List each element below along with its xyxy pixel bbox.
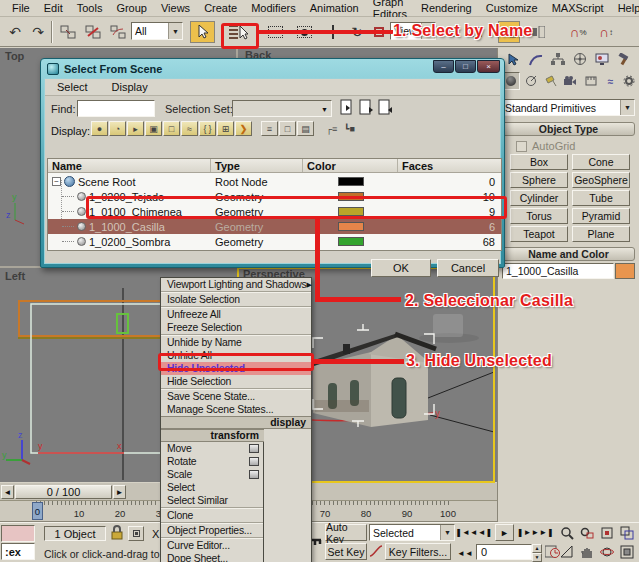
- maxscript-mini-listener[interactable]: :ex: [1, 543, 35, 560]
- pan-hand-icon[interactable]: [578, 543, 596, 560]
- menu-item-dope-sheet[interactable]: Dope Sheet...: [161, 552, 263, 562]
- display-list-view-icon[interactable]: ≡: [261, 121, 278, 136]
- collapse-tree-icon[interactable]: ┗■: [341, 121, 358, 136]
- menu-item-unhide-by-name[interactable]: Unhide by Name: [161, 336, 311, 349]
- settings-icon[interactable]: [249, 470, 259, 479]
- viewport-label-left[interactable]: Left: [5, 270, 25, 282]
- display-cameras-icon[interactable]: ▣: [145, 121, 162, 136]
- ok-button[interactable]: OK: [371, 259, 431, 277]
- viewport-label-top[interactable]: Top: [5, 50, 24, 62]
- maximize-icon[interactable]: □: [455, 60, 476, 73]
- menu-item-rotate[interactable]: Rotate: [161, 455, 263, 468]
- primitives-dropdown[interactable]: Standard Primitives▼: [501, 99, 635, 116]
- bind-spacewarp-icon[interactable]: [107, 21, 129, 43]
- play-icon[interactable]: ►: [495, 524, 514, 541]
- menu-help[interactable]: Help: [611, 1, 639, 15]
- table-row[interactable]: −Scene Root Root Node 0: [48, 174, 501, 189]
- menu-modifiers[interactable]: Modifiers: [244, 1, 303, 15]
- menu-item-hide-selection[interactable]: Hide Selection: [161, 375, 311, 388]
- dialog-menu-select[interactable]: Select: [57, 81, 88, 93]
- orbit-icon[interactable]: [598, 543, 616, 560]
- settings-icon[interactable]: [249, 457, 259, 466]
- dropdown-arrow-icon[interactable]: ▼: [620, 100, 634, 115]
- color-swatch[interactable]: [338, 237, 364, 246]
- menu-item-select[interactable]: Select: [161, 481, 263, 494]
- cylinder-button[interactable]: Cylinder: [510, 190, 568, 206]
- new-set-icon[interactable]: [340, 99, 355, 116]
- spacewarps-category-icon[interactable]: ≈: [601, 72, 620, 90]
- key-mode-toggle-icon[interactable]: ◄◄: [456, 545, 474, 562]
- motion-tab-icon[interactable]: [569, 50, 590, 68]
- lights-category-icon[interactable]: [541, 72, 560, 90]
- menu-tools[interactable]: Tools: [70, 1, 110, 15]
- helpers-category-icon[interactable]: [581, 72, 600, 90]
- selection-filter-dropdown[interactable]: All▼: [131, 22, 183, 40]
- menu-item-viewport-lighting[interactable]: Viewport Lighting and Shadows▶: [161, 278, 311, 291]
- table-row[interactable]: 1_0200_Sombra Geometry 68: [48, 234, 501, 249]
- menu-customize[interactable]: Customize: [479, 1, 545, 15]
- color-swatch[interactable]: [338, 177, 364, 186]
- menu-item-save-scene-state[interactable]: Save Scene State...: [161, 390, 311, 403]
- current-frame-field[interactable]: 0: [476, 544, 532, 560]
- macro-recorder-line[interactable]: [1, 525, 35, 542]
- modify-tab-icon[interactable]: [525, 50, 546, 68]
- box-button[interactable]: Box: [510, 154, 568, 170]
- menu-item-scale[interactable]: Scale: [161, 468, 263, 481]
- display-bones-icon[interactable]: ❯: [235, 121, 252, 136]
- display-lights-icon[interactable]: ▸: [127, 121, 144, 136]
- table-row-selected[interactable]: 1_1000_Casilla Geometry 6: [48, 219, 501, 234]
- set-key-button[interactable]: Set Key: [325, 543, 367, 560]
- menu-edit[interactable]: Edit: [37, 1, 70, 15]
- tube-button[interactable]: Tube: [572, 190, 630, 206]
- object-type-rollout[interactable]: Object Type: [502, 122, 635, 136]
- dropdown-arrow-icon[interactable]: ▼: [440, 525, 454, 540]
- time-slider-next-icon[interactable]: ►: [113, 485, 126, 499]
- display-detail-view-icon[interactable]: ▤: [297, 121, 314, 136]
- zoom-extents-icon[interactable]: [598, 524, 616, 541]
- selection-set-dropdown[interactable]: Selected▼: [369, 524, 455, 541]
- menu-file[interactable]: File: [5, 1, 37, 15]
- plane-button[interactable]: Plane: [572, 226, 630, 242]
- time-slider-handle[interactable]: 0 / 100: [15, 485, 112, 499]
- track-bar-frame-marker[interactable]: 0: [32, 502, 43, 520]
- menu-item-object-properties[interactable]: Object Properties...: [161, 524, 263, 537]
- spinner-snap-icon[interactable]: ∩↕: [595, 21, 617, 43]
- menu-animation[interactable]: Animation: [303, 1, 366, 15]
- pyramid-button[interactable]: Pyramid: [572, 208, 630, 224]
- object-name-field[interactable]: 1_1000_Casilla: [502, 263, 614, 279]
- table-header[interactable]: Name Type Color Faces: [48, 159, 501, 173]
- systems-category-icon[interactable]: [619, 72, 638, 90]
- selection-lock-icon[interactable]: [110, 525, 124, 542]
- go-to-start-icon[interactable]: ❚◄◄: [458, 524, 475, 541]
- go-to-end-icon[interactable]: ►►❚: [534, 524, 551, 541]
- color-swatch[interactable]: [338, 222, 364, 231]
- torus-button[interactable]: Torus: [510, 208, 568, 224]
- menu-create[interactable]: Create: [197, 1, 244, 15]
- name-and-color-rollout[interactable]: Name and Color: [502, 247, 635, 261]
- teapot-button[interactable]: Teapot: [510, 226, 568, 242]
- unlink-icon[interactable]: [82, 21, 104, 43]
- frame-spinner[interactable]: ▲▼: [532, 544, 542, 560]
- absolute-offset-toggle-icon[interactable]: [128, 526, 144, 541]
- geosphere-button[interactable]: GeoSphere: [572, 172, 630, 188]
- tree-collapse-icon[interactable]: −: [52, 177, 61, 186]
- menu-group[interactable]: Group: [109, 1, 154, 15]
- key-filters-button[interactable]: Key Filters...: [385, 543, 451, 560]
- display-spacewarps-icon[interactable]: ≈: [181, 121, 198, 136]
- display-groups-icon[interactable]: { }: [199, 121, 216, 136]
- dropdown-arrow-icon[interactable]: ▼: [168, 23, 182, 39]
- default-in-out-tangent-icon[interactable]: [369, 544, 383, 560]
- time-slider-prev-icon[interactable]: ◄: [1, 485, 14, 499]
- create-tab-icon[interactable]: [503, 50, 524, 68]
- cameras-category-icon[interactable]: [561, 72, 580, 90]
- zoom-icon[interactable]: [558, 524, 576, 541]
- percent-snap-icon[interactable]: ∩%: [567, 21, 589, 43]
- select-object-icon[interactable]: [190, 21, 215, 43]
- cancel-button[interactable]: Cancel: [437, 259, 499, 277]
- dropdown-arrow-icon[interactable]: ▼: [321, 106, 328, 113]
- sphere-button[interactable]: Sphere: [510, 172, 568, 188]
- menu-item-unfreeze-all[interactable]: Unfreeze All: [161, 308, 311, 321]
- menu-item-clone[interactable]: Clone: [161, 509, 263, 522]
- selection-set-dropdown[interactable]: ▼: [232, 100, 332, 117]
- menu-views[interactable]: Views: [154, 1, 197, 15]
